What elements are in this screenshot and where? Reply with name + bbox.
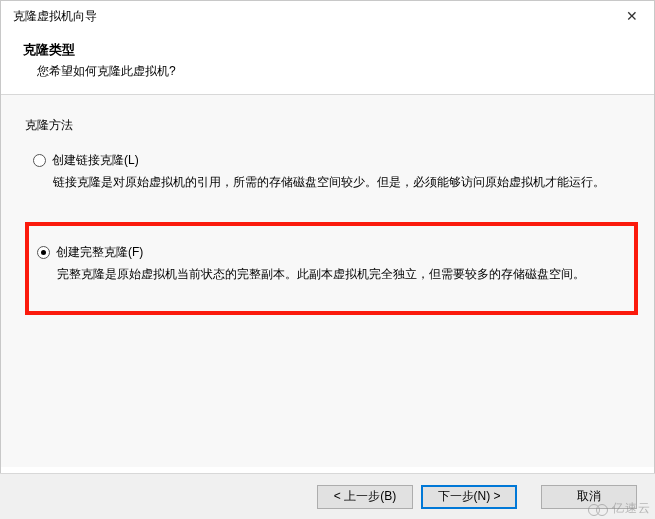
back-button[interactable]: < 上一步(B) — [317, 485, 413, 509]
option-full-clone[interactable]: 创建完整克隆(F) 完整克隆是原始虚拟机当前状态的完整副本。此副本虚拟机完全独立… — [25, 222, 638, 316]
close-icon: ✕ — [626, 8, 638, 24]
section-label: 克隆方法 — [25, 117, 630, 134]
wizard-content: 克隆方法 创建链接克隆(L) 链接克隆是对原始虚拟机的引用，所需的存储磁盘空间较… — [1, 95, 654, 467]
option-linked-desc: 链接克隆是对原始虚拟机的引用，所需的存储磁盘空间较少。但是，必须能够访问原始虚拟… — [53, 173, 624, 192]
option-linked-label: 创建链接克隆(L) — [52, 152, 139, 169]
close-button[interactable]: ✕ — [610, 1, 654, 31]
header-subtitle: 您希望如何克隆此虚拟机? — [23, 63, 632, 80]
radio-icon[interactable] — [33, 154, 46, 167]
next-button[interactable]: 下一步(N) > — [421, 485, 517, 509]
wizard-footer: < 上一步(B) 下一步(N) > 取消 — [0, 473, 655, 519]
header-title: 克隆类型 — [23, 41, 632, 59]
option-full-label: 创建完整克隆(F) — [56, 244, 143, 261]
option-row: 创建链接克隆(L) — [33, 152, 624, 169]
option-linked-clone[interactable]: 创建链接克隆(L) 链接克隆是对原始虚拟机的引用，所需的存储磁盘空间较少。但是，… — [33, 148, 630, 198]
cancel-button[interactable]: 取消 — [541, 485, 637, 509]
wizard-header: 克隆类型 您希望如何克隆此虚拟机? — [1, 31, 654, 95]
window-title: 克隆虚拟机向导 — [13, 8, 97, 25]
radio-icon[interactable] — [37, 246, 50, 259]
option-full-desc: 完整克隆是原始虚拟机当前状态的完整副本。此副本虚拟机完全独立，但需要较多的存储磁… — [57, 265, 618, 284]
option-row: 创建完整克隆(F) — [37, 244, 618, 261]
titlebar: 克隆虚拟机向导 ✕ — [1, 1, 654, 31]
